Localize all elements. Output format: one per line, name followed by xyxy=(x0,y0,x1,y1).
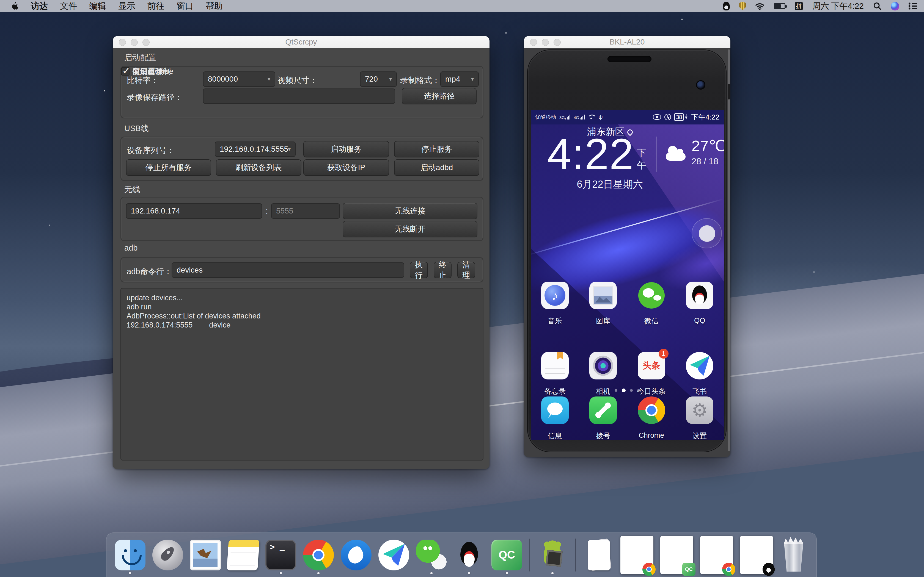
checkbox[interactable]: 使用reverse xyxy=(121,67,173,76)
dock-app-icon[interactable] xyxy=(190,540,221,571)
dock-item[interactable] xyxy=(152,540,183,571)
dock-item[interactable] xyxy=(115,540,145,571)
dock-item[interactable] xyxy=(780,538,808,572)
app-icon[interactable] xyxy=(589,282,617,309)
device-serial-select[interactable]: 192.168.0.174:5555 xyxy=(215,142,296,157)
close-button[interactable] xyxy=(530,39,537,46)
dock-item[interactable] xyxy=(537,540,568,571)
dock-app-icon[interactable] xyxy=(537,540,568,571)
record-path-input[interactable] xyxy=(203,89,395,104)
qq-tray-icon[interactable] xyxy=(723,2,730,10)
menu-clock[interactable]: 周六 下午4:22 xyxy=(813,0,864,12)
dock-item[interactable] xyxy=(341,540,372,571)
close-button[interactable] xyxy=(119,39,126,46)
dock-app-item[interactable]: Chrome xyxy=(632,396,671,440)
app-icon[interactable] xyxy=(541,352,569,379)
app-icon-item[interactable]: 音乐 xyxy=(536,282,574,326)
wifi-icon[interactable] xyxy=(755,2,764,10)
dock-app-icon[interactable] xyxy=(454,540,485,571)
get-device-ip-button[interactable]: 获取设备IP xyxy=(303,160,389,176)
dock-app-item[interactable]: 拨号 xyxy=(584,396,622,440)
adb-terminate-button[interactable]: 终止 xyxy=(434,262,452,278)
input-method-icon[interactable]: 拼 xyxy=(795,2,803,10)
wireless-connect-button[interactable]: 无线连接 xyxy=(342,203,477,219)
dock-app-icon[interactable] xyxy=(115,540,145,571)
zoom-button[interactable] xyxy=(554,39,561,46)
app-icon[interactable] xyxy=(638,282,665,309)
dock-app-icon[interactable] xyxy=(575,538,576,572)
menu-item[interactable]: 编辑 xyxy=(89,0,106,12)
start-adbd-button[interactable]: 启动adbd xyxy=(394,160,479,176)
menu-item[interactable]: 帮助 xyxy=(206,0,223,12)
bitrate-select[interactable]: 8000000 xyxy=(203,71,275,87)
dock-app-item[interactable]: 设置 xyxy=(680,396,719,440)
adb-execute-button[interactable]: 执行 xyxy=(410,262,428,278)
dock-app-icon[interactable] xyxy=(529,538,530,572)
zoom-button[interactable] xyxy=(142,39,150,46)
scrollbar-thumb[interactable] xyxy=(728,84,730,100)
dock-app-icon[interactable] xyxy=(341,540,372,571)
minimize-button[interactable] xyxy=(542,39,549,46)
dock-app-icon[interactable] xyxy=(583,540,614,571)
app-icon[interactable] xyxy=(638,396,665,424)
clock-widget[interactable]: 4:22 下午 27℃ 28 / 18 xyxy=(547,133,724,174)
dock-app-icon[interactable]: QC xyxy=(660,536,693,574)
dock-item[interactable] xyxy=(575,538,576,572)
dock-item[interactable] xyxy=(190,540,221,571)
app-icon-item[interactable]: QQ xyxy=(680,282,719,326)
start-service-button[interactable]: 启动服务 xyxy=(303,141,389,158)
dock-item[interactable] xyxy=(454,540,485,571)
dock-item[interactable] xyxy=(700,536,733,574)
dock-app-icon[interactable] xyxy=(303,540,334,571)
wireless-port-input[interactable] xyxy=(271,203,340,219)
menu-item[interactable]: 访达 xyxy=(31,0,48,12)
dock-item[interactable]: QC xyxy=(491,540,522,571)
dock-app-item[interactable]: 信息 xyxy=(536,396,574,440)
floating-nav-ball[interactable] xyxy=(691,218,722,248)
app-icon[interactable]: 头条 1 xyxy=(638,352,665,379)
dock-app-icon[interactable] xyxy=(740,536,773,574)
video-size-select[interactable]: 720 xyxy=(360,71,397,87)
phone-titlebar[interactable]: BKL-AL20 xyxy=(524,36,730,48)
dock-item[interactable] xyxy=(529,538,530,572)
dock-item[interactable] xyxy=(265,540,296,571)
phone-screen[interactable]: 优酷移动 3G 4G ψ xyxy=(531,110,724,440)
siri-icon[interactable] xyxy=(891,2,899,10)
choose-path-button[interactable]: 选择路径 xyxy=(402,88,477,105)
dock-item[interactable] xyxy=(620,536,653,574)
scrollbar-track[interactable] xyxy=(728,50,730,451)
menu-item[interactable]: 文件 xyxy=(60,0,77,12)
notification-center-icon[interactable] xyxy=(909,2,917,10)
stop-all-services-button[interactable]: 停止所有服务 xyxy=(126,160,211,176)
dock-item[interactable] xyxy=(740,536,773,574)
app-icon-item[interactable]: 微信 xyxy=(632,282,671,326)
adb-clear-button[interactable]: 清理 xyxy=(457,262,475,278)
refresh-devices-button[interactable]: 刷新设备列表 xyxy=(216,160,301,176)
dock-app-icon[interactable] xyxy=(620,536,653,574)
app-icon[interactable] xyxy=(686,396,713,424)
apple-menu-icon[interactable] xyxy=(11,2,19,10)
adb-command-input[interactable] xyxy=(171,263,404,278)
menu-item[interactable]: 显示 xyxy=(118,0,135,12)
menu-item[interactable]: 前往 xyxy=(147,0,165,12)
dock-app-icon[interactable] xyxy=(780,538,808,572)
minimize-button[interactable] xyxy=(131,39,138,46)
dock-item[interactable]: QC xyxy=(660,536,693,574)
app-icon[interactable] xyxy=(589,352,617,379)
dock-app-icon[interactable] xyxy=(378,540,409,571)
wireless-ip-input[interactable] xyxy=(126,203,262,219)
dock-app-icon[interactable] xyxy=(226,540,260,571)
dock-app-icon[interactable]: QC xyxy=(491,540,522,571)
dock-item[interactable] xyxy=(228,540,258,571)
app-icon[interactable] xyxy=(541,396,569,424)
app-icon[interactable] xyxy=(541,282,569,309)
app-icon[interactable] xyxy=(589,396,617,424)
stop-service-button[interactable]: 停止服务 xyxy=(394,141,479,158)
dock-item[interactable] xyxy=(416,540,447,571)
battery-icon[interactable] xyxy=(774,3,785,9)
dock-item[interactable] xyxy=(583,540,614,571)
dock-item[interactable] xyxy=(303,540,334,571)
dock-app-icon[interactable] xyxy=(700,536,733,574)
record-format-select[interactable]: mp4 xyxy=(440,71,479,87)
dock-app-icon[interactable] xyxy=(416,540,447,571)
